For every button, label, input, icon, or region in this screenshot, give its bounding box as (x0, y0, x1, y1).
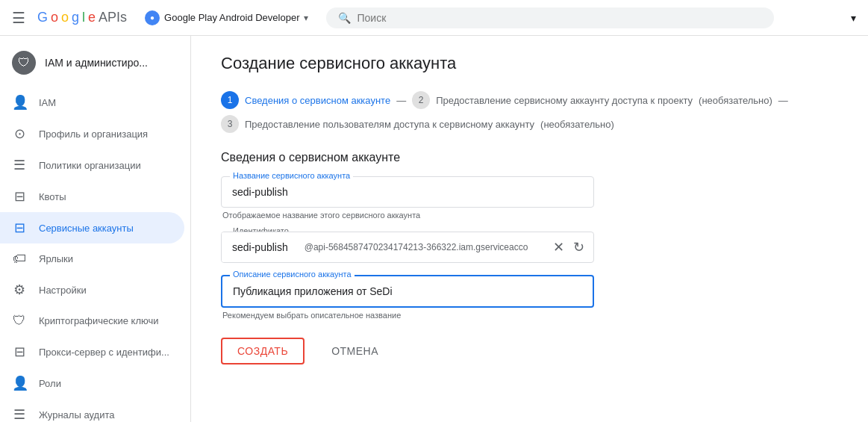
quotas-icon: ⊟ (12, 188, 27, 205)
id-left-value: sedi-publish (222, 232, 299, 262)
cancel-button[interactable]: ОТМЕНА (316, 339, 393, 363)
menu-icon[interactable]: ☰ (12, 9, 25, 27)
id-field-container: sedi-publish ✕ ↻ (221, 232, 594, 263)
step2-optional: (необязательно) (699, 95, 772, 106)
sidebar-item-settings[interactable]: ⚙ Настройки (0, 274, 184, 305)
crypto-keys-icon: 🛡 (12, 313, 27, 329)
sidebar-item-roles[interactable]: 👤 Роли (0, 367, 184, 399)
sidebar-item-label: Сервисные аккаунты (39, 223, 134, 234)
sidebar-item-labels[interactable]: 🏷 Ярлыки (0, 243, 184, 274)
sidebar: 🛡 IAM и администиро... 👤 IAM ⊙ Профиль и… (0, 36, 191, 422)
policies-icon: ☰ (12, 157, 27, 173)
sidebar-item-label: Профиль и организация (39, 128, 148, 140)
step2-label: Предоставление сервисному аккаунту досту… (436, 95, 693, 106)
google-apis-logo: Google APIs (37, 10, 127, 25)
header-dropdown-icon[interactable]: ▾ (851, 12, 856, 24)
description-field-hint: Рекомендуем выбрать описательное названи… (221, 311, 838, 320)
project-dot-icon: ● (145, 10, 160, 25)
sidebar-item-label: Квоты (39, 191, 66, 202)
sidebar-header-title: IAM и администиро... (45, 57, 148, 69)
search-icon: 🔍 (338, 12, 351, 24)
sidebar-header-icon: 🛡 (12, 51, 36, 75)
iam-icon: 👤 (12, 94, 27, 111)
form-section-title: Сведения о сервисном аккаунте (221, 151, 838, 164)
sidebar-item-label: Журналы аудита (39, 409, 114, 421)
sidebar-header: 🛡 IAM и администиро... (0, 42, 190, 84)
name-field-label: Название сервисного аккаунта (230, 171, 353, 180)
search-input[interactable] (357, 12, 762, 24)
sidebar-item-label: IAM (39, 97, 56, 108)
top-header: ☰ Google APIs ● Google Play Android Deve… (0, 0, 868, 36)
service-accounts-icon: ⊟ (12, 220, 27, 236)
sidebar-item-policies[interactable]: ☰ Политики организации (0, 149, 184, 181)
description-input[interactable] (221, 275, 594, 308)
name-input[interactable] (221, 176, 594, 208)
step3-optional: (необязательно) (540, 119, 614, 130)
step-dash-1: — (396, 95, 406, 106)
step-dash-2: — (778, 95, 788, 106)
step2-badge: 2 (412, 91, 430, 109)
audit-logs-icon: ☰ (12, 406, 27, 422)
steps-container: 1 Сведения о сервисном аккаунте — 2 Пред… (221, 91, 838, 133)
id-clear-icon[interactable]: ✕ (550, 236, 567, 258)
proxy-icon: ⊟ (12, 344, 27, 360)
sidebar-item-label: Прокси-сервер с идентифи... (39, 347, 169, 358)
step-row-1-2: 1 Сведения о сервисном аккаунте — 2 Пред… (221, 91, 838, 109)
step1-label: Сведения о сервисном аккаунте (245, 95, 390, 106)
name-field-hint: Отображаемое название этого сервисного а… (221, 211, 838, 220)
step3-label: Предоставление пользователям доступа к с… (245, 119, 534, 130)
project-dropdown-arrow: ▾ (304, 13, 308, 23)
sidebar-item-proxy[interactable]: ⊟ Прокси-сервер с идентифи... (0, 336, 184, 367)
sidebar-item-service-accounts[interactable]: ⊟ Сервисные аккаунты (0, 212, 184, 243)
sidebar-item-audit-logs[interactable]: ☰ Журналы аудита (0, 399, 184, 422)
step1-badge: 1 (221, 91, 239, 109)
header-right: ▾ (851, 12, 856, 24)
id-icons: ✕ ↻ (544, 232, 593, 262)
roles-icon: 👤 (12, 375, 27, 391)
sidebar-item-profile[interactable]: ⊙ Профиль и организация (0, 118, 184, 149)
id-refresh-icon[interactable]: ↻ (570, 236, 587, 258)
sidebar-item-label: Криптографические ключи (39, 315, 159, 326)
main-content: Создание сервисного аккаунта 1 Сведения … (191, 36, 868, 422)
sidebar-item-label: Настройки (39, 285, 87, 296)
create-button[interactable]: СОЗДАТЬ (221, 338, 305, 364)
sidebar-item-label: Роли (39, 378, 61, 389)
step-row-3: 3 Предоставление пользователям доступа к… (221, 115, 838, 133)
name-field: Название сервисного аккаунта Отображаемо… (221, 176, 838, 220)
labels-icon: 🏷 (12, 251, 27, 267)
id-right-input[interactable] (299, 232, 544, 262)
profile-icon: ⊙ (12, 125, 27, 142)
description-field: Описание сервисного аккаунта Рекомендуем… (221, 275, 838, 320)
project-selector[interactable]: ● Google Play Android Developer ▾ (139, 7, 314, 28)
project-name: Google Play Android Developer (164, 12, 299, 23)
sidebar-item-label: Ярлыки (39, 253, 73, 264)
id-field: Идентификато... sedi-publish ✕ ↻ (221, 232, 838, 263)
sidebar-item-crypto-keys[interactable]: 🛡 Криптографические ключи (0, 305, 184, 336)
description-field-label: Описание сервисного аккаунта (230, 270, 355, 279)
search-bar[interactable]: 🔍 (326, 7, 774, 28)
layout: 🛡 IAM и администиро... 👤 IAM ⊙ Профиль и… (0, 36, 868, 422)
page-title: Создание сервисного аккаунта (221, 54, 838, 73)
sidebar-item-quotas[interactable]: ⊟ Квоты (0, 181, 184, 212)
step3-badge: 3 (221, 115, 239, 133)
button-row: СОЗДАТЬ ОТМЕНА (221, 338, 838, 364)
settings-icon: ⚙ (12, 282, 27, 298)
sidebar-item-label: Политики организации (39, 160, 141, 171)
sidebar-item-iam[interactable]: 👤 IAM (0, 87, 184, 118)
